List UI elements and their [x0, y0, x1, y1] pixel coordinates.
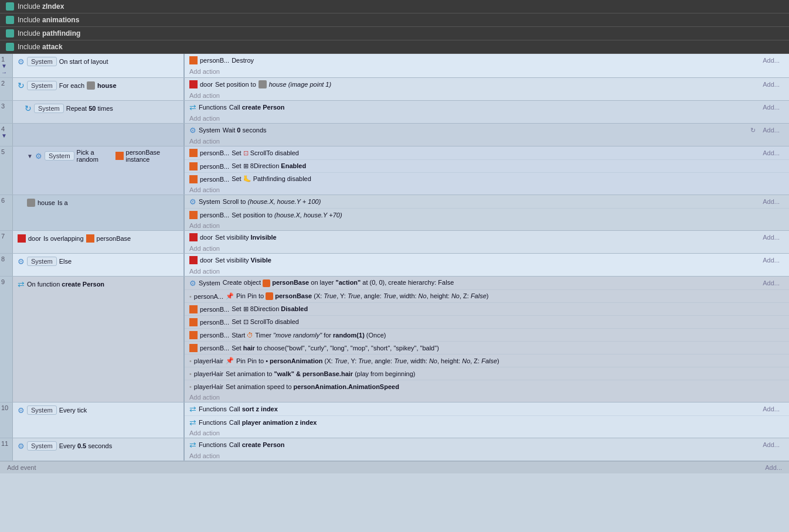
add-link-1[interactable]: Add...	[763, 57, 784, 64]
add-action-6[interactable]: Add action	[185, 221, 789, 230]
functions-label-11a: Functions	[199, 441, 227, 448]
conditions-1: ⚙ System On start of layout	[13, 54, 185, 77]
condition-11-1[interactable]: ⚙ System Every 0.5 seconds	[13, 439, 183, 452]
add-action-9[interactable]: Add action	[185, 393, 789, 402]
action-2-1[interactable]: door Set position to house (image point …	[185, 78, 789, 91]
action-9-7[interactable]: • playerHair 📌 Pin Pin to • personAnimat…	[185, 354, 789, 367]
num-4: 4	[1, 125, 5, 132]
action-6-1[interactable]: ⚙ System Scroll to (house.X, house.Y + 1…	[185, 195, 789, 208]
add-link-9[interactable]: Add...	[763, 279, 784, 287]
personb-icon-9d	[189, 318, 198, 326]
loop-icon-2: ↻	[18, 81, 25, 90]
else-text-8: Else	[59, 258, 72, 265]
action-9-6[interactable]: personB... Set hair to choose("bowl", "c…	[185, 341, 789, 354]
add-action-7[interactable]: Add action	[185, 244, 789, 253]
condition-5-1[interactable]: ▼ ⚙ System Pick a random personBase inst…	[13, 148, 183, 164]
add-link-8[interactable]: Add...	[763, 257, 784, 264]
action-9-8[interactable]: • playerHair Set animation to "walk" & p…	[185, 367, 789, 380]
add-link-5[interactable]: Add...	[763, 149, 784, 156]
condition-3-1[interactable]: ↻ System Repeat 50 times	[13, 102, 183, 115]
num-2: 2	[1, 80, 5, 87]
conditions-6: house Is a	[13, 195, 185, 230]
add-link-4b[interactable]: Add...	[763, 127, 784, 134]
action-11-1[interactable]: ⇄ Functions Call create Person Add...	[185, 438, 789, 451]
gear-icon-6a: ⚙	[189, 197, 196, 206]
action-7-1[interactable]: door Set visibility Invisible Add...	[185, 231, 789, 244]
action-desc-7a: Set visibility Invisible	[215, 234, 277, 241]
add-link-7[interactable]: Add...	[763, 234, 784, 241]
add-link-11[interactable]: Add...	[763, 441, 784, 448]
condition-10-1[interactable]: ⚙ System Every tick	[13, 404, 183, 417]
action-8-1[interactable]: door Set visibility Visible Add...	[185, 254, 789, 267]
add-event-right[interactable]: Add...	[765, 464, 782, 471]
action-6-2[interactable]: personB... Set position to (house.X, hou…	[185, 208, 789, 221]
system-label-3: System	[34, 104, 64, 113]
action-5-2[interactable]: personB... Set ⊞ 8Direction Enabled	[185, 159, 789, 172]
include-pathfinding[interactable]: Include pathfinding	[0, 27, 789, 40]
personbase-icon-5	[115, 152, 124, 160]
action-3-1[interactable]: ⇄ Functions Call create Person Add...	[185, 101, 789, 114]
num-3: 3	[1, 103, 5, 110]
action-10-1[interactable]: ⇄ Functions Call sort z index Add...	[185, 403, 789, 415]
action-9-3[interactable]: personB... Set ⊞ 8Direction Disabled	[185, 302, 789, 315]
action-5-1[interactable]: personB... Set ⊡ ScrollTo disabled Add..…	[185, 146, 789, 159]
action-5-3[interactable]: personB... Set 🦶 Pathfinding disabled	[185, 172, 789, 185]
include-icon-attack	[6, 43, 14, 51]
add-action-1[interactable]: Add action	[185, 67, 789, 76]
add-link-4[interactable]: ↻	[750, 127, 760, 134]
action-9-2[interactable]: • personA... 📌 Pin Pin to personBase (X:…	[185, 289, 789, 302]
include-attack[interactable]: Include attack	[0, 40, 789, 54]
row-num-3: 3	[0, 101, 13, 123]
action-4-1[interactable]: ⚙ System Wait 0 seconds ↻ Add...	[185, 124, 789, 137]
add-action-4[interactable]: Add action	[185, 137, 789, 146]
func-icon-10b: ⇄	[189, 418, 196, 427]
add-action-11[interactable]: Add action	[185, 451, 789, 461]
condition-6-1[interactable]: house Is a	[13, 196, 183, 209]
func-icon-10a: ⇄	[189, 404, 196, 414]
system-label-1: System	[27, 57, 57, 66]
actions-7: door Set visibility Invisible Add... Add…	[185, 231, 789, 253]
gear-icon-10: ⚙	[18, 406, 25, 415]
add-link-10[interactable]: Add...	[763, 405, 784, 412]
action-desc-10a: Call sort z index	[229, 405, 278, 412]
condition-2-1[interactable]: ↻ System For each house	[13, 79, 183, 92]
gear-icon-11: ⚙	[18, 442, 25, 451]
add-event-bar[interactable]: Add event Add...	[0, 461, 789, 473]
bullet-9-7: •	[189, 357, 192, 364]
action-9-1[interactable]: ⚙ System Create object personBase on lay…	[185, 277, 789, 289]
condition-8-1[interactable]: ⚙ System Else	[13, 255, 183, 268]
personb-9d: personB...	[200, 319, 229, 326]
condition-7-1[interactable]: door Is overlapping personBase	[13, 232, 183, 245]
conditions-5: ▼ ⚙ System Pick a random personBase inst…	[13, 146, 185, 195]
condition-9-func[interactable]: ⇄ On function create Person	[13, 278, 183, 291]
include-zindex[interactable]: Include zIndex	[0, 0, 789, 13]
action-9-4[interactable]: personB... Set ⊡ ScrollTo disabled	[185, 315, 789, 328]
door-label-8a: door	[200, 257, 213, 264]
system-9a: System	[199, 279, 220, 287]
action-9-9[interactable]: • playerHair Set animation speed to pers…	[185, 380, 789, 393]
condition-1-1[interactable]: ⚙ System On start of layout	[13, 55, 183, 68]
action-1-1[interactable]: personB... Destroy Add...	[185, 54, 789, 67]
num-9: 9	[1, 278, 5, 285]
action-desc-4: Wait 0 seconds	[223, 127, 267, 134]
expand-icon-1[interactable]: ▼	[1, 63, 7, 69]
add-action-3[interactable]: Add action	[185, 114, 789, 123]
action-10-2[interactable]: ⇄ Functions Call player animation z inde…	[185, 415, 789, 428]
include-label-attack: Include attack	[18, 43, 63, 51]
personb-9f: personB...	[200, 345, 229, 352]
add-action-10[interactable]: Add action	[185, 428, 789, 438]
add-link-2[interactable]: Add...	[763, 81, 784, 88]
door-label-2: door	[200, 81, 213, 88]
add-action-8[interactable]: Add action	[185, 267, 789, 276]
event-row-7: 7 door Is overlapping personBase door Se…	[0, 231, 789, 254]
house-icon-2	[87, 81, 95, 90]
triangle-4[interactable]: ▼	[1, 132, 7, 139]
action-9-5[interactable]: personB... Start ⏱ Timer "move randomly"…	[185, 328, 789, 341]
include-animations[interactable]: Include animations	[0, 13, 789, 27]
action-desc-9c: Set ⊞ 8Direction Disabled	[232, 305, 308, 313]
add-action-2[interactable]: Add action	[185, 91, 789, 100]
add-link-6[interactable]: Add...	[763, 198, 784, 205]
conditions-2: ↻ System For each house	[13, 78, 185, 100]
add-link-3[interactable]: Add...	[763, 104, 784, 111]
add-action-5[interactable]: Add action	[185, 185, 789, 195]
